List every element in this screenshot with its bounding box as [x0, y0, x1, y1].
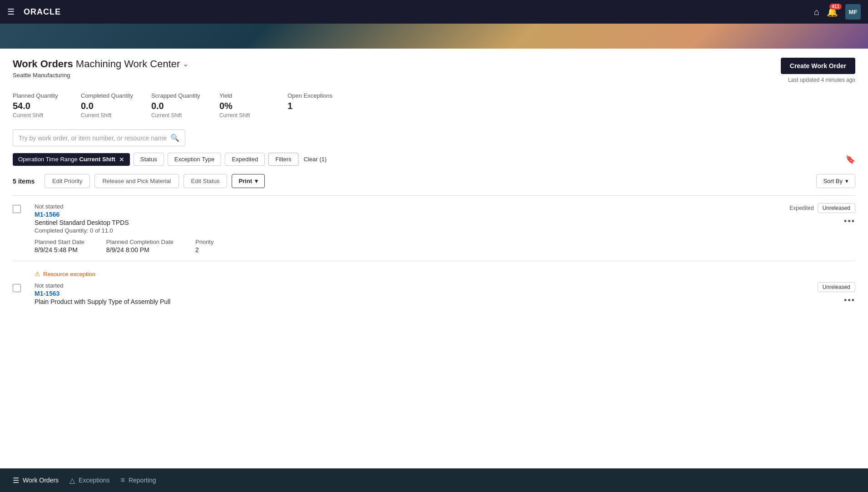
card-order-id-2[interactable]: M1-1563: [35, 290, 795, 297]
sort-chevron-icon: ▾: [845, 178, 848, 184]
stat-sub: Current Shift: [151, 112, 201, 119]
release-pick-button[interactable]: Release and Pick Material: [94, 174, 179, 188]
stat-value: 54.0: [13, 101, 63, 111]
work-order-checkbox-2[interactable]: [13, 284, 21, 292]
page-subtitle: Seattle Manufacturing: [13, 72, 188, 79]
active-filter-chip[interactable]: Operation Time Range Current Shift ✕: [13, 153, 130, 166]
exceptions-nav-icon: △: [69, 476, 75, 485]
title-chevron-icon[interactable]: ⌄: [183, 60, 188, 69]
priority-group: Priority 2: [195, 239, 213, 253]
edit-status-button[interactable]: Edit Status: [184, 174, 228, 188]
stat-sub: Current Shift: [219, 112, 269, 119]
work-order-card-2-wrapper: ⚠ Resource exception Not started M1-1563…: [13, 261, 855, 313]
stat-label: Yield: [219, 92, 269, 99]
unreleased-badge: Unreleased: [818, 203, 855, 213]
search-input[interactable]: [19, 134, 170, 142]
bottom-nav-work-orders[interactable]: ☰ Work Orders: [13, 476, 69, 485]
create-work-order-button[interactable]: Create Work Order: [781, 58, 855, 74]
card-dates-1: Planned Start Date 8/9/24 5:48 PM Planne…: [35, 239, 784, 253]
oracle-logo: ORACLE: [24, 7, 61, 17]
stat-value: 0%: [219, 101, 269, 111]
card-more-icon-1[interactable]: •••: [844, 217, 855, 226]
status-filter-button[interactable]: Status: [134, 153, 164, 166]
remove-filter-icon[interactable]: ✕: [119, 156, 124, 163]
expedited-filter-button[interactable]: Expedited: [225, 153, 265, 166]
sort-by-label: Sort By: [823, 178, 843, 184]
card-product-1: Sentinel Standard Desktop TPDS: [35, 219, 784, 226]
work-orders-nav-label: Work Orders: [23, 477, 59, 484]
card-status-2: Not started: [35, 282, 795, 289]
page-title: Work Orders Machining Work Center ⌄: [13, 58, 188, 71]
stat-item: Planned Quantity 54.0 Current Shift: [13, 92, 81, 119]
stat-item: Yield 0% Current Shift: [219, 92, 288, 119]
page-title-bold: Work Orders: [13, 58, 73, 71]
home-icon[interactable]: ⌂: [814, 7, 819, 17]
card-right-2: Unreleased •••: [801, 282, 855, 305]
main-content: Work Orders Machining Work Center ⌄ Seat…: [0, 49, 868, 468]
card-right-1: Expedited Unreleased •••: [789, 203, 855, 226]
warning-icon: ⚠: [35, 270, 40, 278]
exceptions-nav-label: Exceptions: [79, 477, 109, 484]
clear-filters-button[interactable]: Clear (1): [302, 153, 329, 165]
card-qty-1: Completed Quantity: 0 of 11.0: [35, 227, 784, 234]
planned-start-label: Planned Start Date: [35, 239, 84, 245]
active-filter-label: Operation Time Range Current Shift: [18, 156, 115, 163]
card-body-2: Not started M1-1563 Plain Product with S…: [35, 282, 795, 306]
page-header: Work Orders Machining Work Center ⌄ Seat…: [13, 58, 855, 83]
card-product-2: Plain Product with Supply Type of Assemb…: [35, 298, 795, 305]
search-bar: 🔍: [13, 129, 185, 146]
notifications-icon[interactable]: 🔔 411: [827, 6, 838, 17]
priority-value: 2: [195, 246, 213, 253]
stat-item: Open Exceptions 1: [288, 92, 356, 119]
bottom-navigation: ☰ Work Orders △ Exceptions ≡ Reporting: [0, 468, 868, 492]
planned-completion-group: Planned Completion Date 8/9/24 8:00 PM: [106, 239, 174, 253]
items-count: 5 items: [13, 178, 40, 185]
resource-exception-label: Resource exception: [43, 271, 95, 278]
card-status-1: Not started: [35, 203, 784, 210]
work-order-checkbox-1[interactable]: [13, 205, 21, 213]
stat-item: Completed Quantity 0.0 Current Shift: [81, 92, 151, 119]
user-avatar[interactable]: MF: [845, 4, 861, 20]
resource-exception: ⚠ Resource exception: [13, 266, 855, 280]
sort-by-button[interactable]: Sort By ▾: [816, 174, 855, 188]
print-label: Print: [238, 178, 252, 184]
work-order-card-1: Not started M1-1566 Sentinel Standard De…: [13, 195, 855, 261]
work-order-card-2: Not started M1-1563 Plain Product with S…: [13, 280, 855, 313]
page-banner: [0, 24, 868, 49]
reporting-nav-icon: ≡: [121, 476, 125, 484]
planned-completion-label: Planned Completion Date: [106, 239, 174, 245]
stat-sub: Current Shift: [13, 112, 63, 119]
stat-value: 0.0: [81, 101, 133, 111]
header-right: Create Work Order Last updated 4 minutes…: [781, 58, 855, 83]
bottom-nav-reporting[interactable]: ≡ Reporting: [121, 476, 167, 484]
notification-badge: 411: [829, 4, 842, 10]
items-bar: 5 items Edit Priority Release and Pick M…: [13, 174, 855, 188]
unreleased-badge-2: Unreleased: [818, 282, 855, 292]
planned-completion-value: 8/9/24 8:00 PM: [106, 246, 174, 253]
stat-label: Scrapped Quantity: [151, 92, 201, 99]
planned-start-value: 8/9/24 5:48 PM: [35, 246, 84, 253]
edit-priority-button[interactable]: Edit Priority: [45, 174, 90, 188]
stat-label: Planned Quantity: [13, 92, 63, 99]
page-title-normal: Machining Work Center: [76, 58, 180, 71]
card-body-1: Not started M1-1566 Sentinel Standard De…: [35, 203, 784, 253]
print-chevron-icon: ▾: [255, 178, 258, 184]
bookmark-icon[interactable]: 🔖: [845, 154, 855, 164]
print-button[interactable]: Print ▾: [232, 174, 265, 188]
expedited-badge: Expedited: [789, 205, 813, 211]
card-more-icon-2[interactable]: •••: [844, 296, 855, 305]
stat-label: Open Exceptions: [288, 92, 337, 99]
work-orders-nav-icon: ☰: [13, 476, 19, 485]
bottom-nav-exceptions[interactable]: △ Exceptions: [69, 476, 120, 485]
hamburger-menu[interactable]: ☰: [7, 7, 15, 17]
reporting-nav-label: Reporting: [129, 477, 156, 484]
card-badges-1: Expedited Unreleased: [789, 203, 855, 213]
exception-type-filter-button[interactable]: Exception Type: [168, 153, 222, 166]
last-updated-text: Last updated 4 minutes ago: [788, 77, 855, 83]
stat-item: Scrapped Quantity 0.0 Current Shift: [151, 92, 219, 119]
card-order-id-1[interactable]: M1-1566: [35, 211, 784, 218]
filters-button[interactable]: Filters: [268, 153, 298, 166]
planned-start-group: Planned Start Date 8/9/24 5:48 PM: [35, 239, 84, 253]
stat-value: 0.0: [151, 101, 201, 111]
priority-label: Priority: [195, 239, 213, 245]
